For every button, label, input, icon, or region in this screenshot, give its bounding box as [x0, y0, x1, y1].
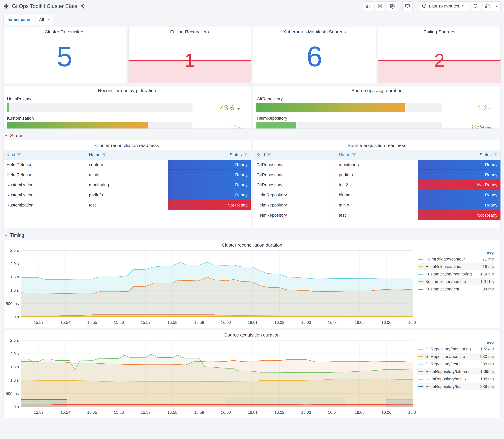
legend-avg-value: 289 ms — [480, 384, 494, 389]
section-collapse-icon — [4, 233, 8, 237]
legend-avg-value: 1.605 s — [480, 272, 494, 277]
column-header-name[interactable]: Name — [336, 150, 418, 160]
legend-avg-value: 980 ms — [480, 354, 494, 359]
cycle-view-mode-button[interactable] — [402, 1, 413, 11]
legend-row: Kustomization/monitoring1.605 s — [417, 270, 495, 278]
panel-title[interactable]: Source acquisition readiness — [253, 140, 501, 148]
timeseries-plot[interactable]: 15:5315:5415:5515:5615:5715:5815:5916:00… — [4, 338, 416, 417]
gauge-value: 1.2s — [442, 104, 497, 112]
filter-icon[interactable] — [267, 153, 271, 157]
refresh-button[interactable] — [483, 1, 493, 11]
variable-value-dropdown[interactable]: All — [36, 15, 53, 25]
dashboard-topbar: GitOps Toolkit Cluster Stats — [3, 0, 501, 12]
refresh-interval-dropdown[interactable] — [493, 1, 501, 11]
column-header-label: Name — [339, 152, 350, 157]
legend-header-avg[interactable]: avg — [417, 340, 495, 345]
cell-kind: HelmRepository — [253, 200, 336, 210]
filter-icon[interactable] — [102, 153, 106, 157]
legend-series-name[interactable]: HelmRelease/contour — [425, 257, 482, 262]
column-header-status[interactable]: Status — [418, 150, 501, 160]
zoom-out-button[interactable] — [471, 1, 481, 11]
section-timing-label: Timing — [10, 232, 24, 238]
status-badge: Not Ready — [418, 210, 501, 220]
gauge-value-number: 43.6 — [220, 104, 234, 112]
cell-kind: HelmRepository — [253, 190, 336, 200]
gauge-value: 1.3s — [193, 123, 247, 129]
panel-title[interactable]: Source ops avg. duration — [257, 85, 497, 93]
cell-status: Ready — [418, 170, 501, 180]
dashboard-grid-icon[interactable] — [3, 3, 9, 9]
section-timing[interactable]: Timing — [4, 232, 501, 238]
timeseries-plot[interactable]: 15:5315:5415:5515:5615:5715:5815:5916:00… — [4, 248, 416, 327]
status-badge: Ready — [418, 190, 501, 200]
column-header-label: Status — [479, 152, 492, 157]
legend-series-name[interactable]: HelmRepository/test — [425, 384, 480, 389]
panel-title[interactable]: Kubernetes Manifests Sources — [253, 27, 376, 34]
filter-icon[interactable] — [352, 153, 356, 157]
dashboard-title[interactable]: GitOps Toolkit Cluster Stats — [12, 3, 77, 9]
legend-swatch — [418, 386, 423, 387]
panel-title[interactable]: Reconciler ops avg. duration — [7, 85, 247, 93]
svg-text:1.0 s: 1.0 s — [10, 378, 19, 383]
bar-gauge-fill — [257, 103, 405, 112]
panel-title[interactable]: Cluster Reconcilers — [3, 27, 126, 34]
bar-gauge-panel-1: Source ops avg. durationGitRepository1.2… — [253, 85, 501, 129]
svg-text:2.0 s: 2.0 s — [10, 351, 19, 356]
chevron-down-icon — [461, 4, 465, 9]
legend-series-name[interactable]: HelmRepository/minio — [425, 377, 480, 381]
legend-series-name[interactable]: Kustomization/podinfo — [425, 279, 480, 284]
column-header-kind[interactable]: Kind — [3, 150, 86, 160]
save-dashboard-button[interactable] — [375, 1, 385, 11]
cell-status: Ready — [168, 170, 251, 180]
cell-kind: HelmRepository — [253, 210, 336, 220]
svg-text:15:54: 15:54 — [61, 320, 70, 325]
legend-row: GitRepository/monitoring1.594 s — [417, 345, 495, 353]
column-header-name[interactable]: Name — [86, 150, 168, 160]
filter-icon[interactable] — [493, 153, 497, 157]
column-header-kind[interactable]: Kind — [253, 150, 336, 160]
time-range-picker[interactable]: Last 15 minutes — [418, 1, 469, 11]
panel-title[interactable]: Cluster reconciliation readiness — [3, 140, 251, 148]
legend-swatch — [418, 364, 423, 365]
cell-kind: HelmRelease — [3, 160, 86, 170]
cell-kind: GitRepository — [253, 180, 336, 190]
share-icon[interactable] — [80, 3, 86, 9]
legend-series-name[interactable]: GitRepository/podinfo — [425, 354, 480, 359]
stat-value: 2 — [378, 51, 501, 70]
column-header-status[interactable]: Status — [168, 150, 251, 160]
svg-text:2.5 s: 2.5 s — [10, 338, 19, 343]
legend-series-name[interactable]: HelmRelease/minio — [425, 264, 482, 269]
gauge-value-number: 879 — [472, 123, 484, 129]
panel-title[interactable]: Cluster reconciliation duration — [3, 240, 501, 248]
filter-icon[interactable] — [244, 153, 247, 157]
legend-row: GitRepository/test2338 ms — [417, 360, 495, 368]
section-status[interactable]: Status — [4, 133, 501, 138]
legend-avg-value: 1.071 s — [480, 279, 494, 284]
legend-avg-value: 1.594 s — [480, 347, 494, 352]
gauges-row: Reconciler ops avg. durationHelmRelease4… — [3, 85, 501, 129]
add-panel-button[interactable] — [363, 1, 373, 11]
panel-title[interactable]: Failing Reconcilers — [129, 27, 251, 34]
legend-series-name[interactable]: HelmRepository/bitnami — [425, 369, 480, 374]
clock-icon — [422, 3, 427, 9]
filter-icon[interactable] — [17, 153, 21, 157]
table-panel-1: Source acquisition readinessKindNameStat… — [253, 140, 501, 228]
svg-text:15:58: 15:58 — [167, 320, 177, 325]
legend-swatch — [418, 349, 423, 350]
legend-series-name[interactable]: GitRepository/monitoring — [425, 347, 480, 352]
svg-text:500 ms: 500 ms — [6, 391, 19, 396]
legend-series-name[interactable]: Kustomization/test — [425, 287, 482, 292]
legend-swatch — [418, 259, 423, 260]
svg-text:16:03: 16:03 — [301, 410, 311, 415]
svg-text:15:56: 15:56 — [114, 320, 124, 325]
legend-header-avg[interactable]: avg — [417, 250, 495, 255]
status-badge: Ready — [168, 160, 251, 170]
legend-series-name[interactable]: Kustomization/monitoring — [425, 272, 480, 277]
submenu: namespace All — [3, 15, 501, 25]
panel-title[interactable]: Failing Sources — [378, 27, 501, 34]
panel-title[interactable]: Source acquisition duration — [3, 330, 501, 338]
dashboard-settings-button[interactable] — [387, 1, 397, 11]
legend-series-name[interactable]: GitRepository/test2 — [425, 362, 480, 366]
variable-label-namespace[interactable]: namespace — [3, 15, 34, 25]
legend-row: HelmRepository/test289 ms — [417, 383, 495, 390]
